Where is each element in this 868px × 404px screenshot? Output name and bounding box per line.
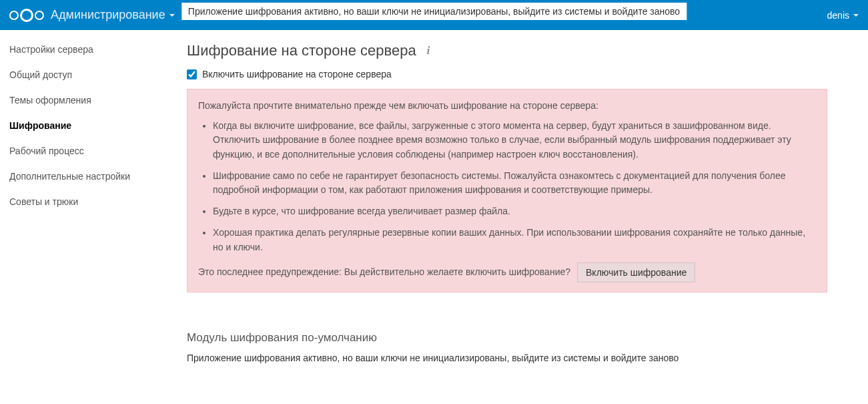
enable-encryption-button[interactable]: Включить шифрование (577, 262, 695, 282)
sidebar-item-tips[interactable]: Советы и трюки (0, 189, 167, 214)
enable-encryption-checkbox[interactable] (187, 69, 197, 79)
sidebar-item-sharing[interactable]: Общий доступ (0, 62, 167, 87)
confirm-row: Это последнее предупреждение: Вы действи… (198, 262, 816, 282)
admin-menu-label: Администрирование (51, 8, 165, 22)
warning-bullet: Шифрование само по себе не гарантирует б… (213, 169, 816, 198)
warning-bullet: Когда вы включите шифрование, все файлы,… (213, 119, 816, 162)
admin-menu[interactable]: Администрирование (51, 8, 175, 22)
sidebar-item-label: Советы и трюки (9, 196, 78, 207)
notification-text: Приложение шифрования активно, но ваши к… (188, 6, 680, 17)
sidebar-item-workflow[interactable]: Рабочий процесс (0, 138, 167, 164)
default-module-title: Модуль шифрования по-умолчанию (187, 331, 827, 345)
user-name: denis (827, 10, 849, 21)
warning-list: Когда вы включите шифрование, все файлы,… (213, 119, 816, 255)
notification-banner: Приложение шифрования активно, но ваши к… (181, 3, 687, 20)
enable-encryption-button-label: Включить шифрование (586, 267, 687, 278)
sidebar-item-label: Рабочий процесс (9, 146, 84, 156)
main-content: Шифрование на стороне сервера i Включить… (167, 30, 847, 383)
info-icon[interactable]: i (427, 45, 430, 57)
app-header: Администрирование Приложение шифрования … (0, 0, 868, 30)
sidebar-item-label: Настройки сервера (9, 44, 93, 55)
sidebar-item-label: Общий доступ (9, 69, 72, 80)
warning-bullet: Будьте в курсе, что шифрование всегда ув… (213, 204, 816, 219)
warning-bullet: Хорошая практика делать регулярные резер… (213, 226, 816, 254)
enable-encryption-row[interactable]: Включить шифрование на стороне сервера (187, 69, 827, 79)
sidebar-item-theming[interactable]: Темы оформления (0, 87, 167, 113)
encryption-warning-box: Пожалуйста прочтите внимательно прежде ч… (187, 89, 827, 292)
page-title-text: Шифрование на стороне сервера (187, 42, 416, 59)
page-title: Шифрование на стороне сервера i (187, 42, 827, 59)
default-module-message: Приложение шифрования активно, но ваши к… (187, 353, 827, 363)
sidebar-item-label: Дополнительные настройки (9, 171, 130, 182)
logo-circle-icon (35, 11, 44, 20)
sidebar-item-label: Темы оформления (9, 95, 91, 106)
logo-circle-icon (20, 9, 33, 22)
caret-down-icon (169, 14, 175, 17)
sidebar-item-encryption[interactable]: Шифрование (0, 113, 167, 138)
app-logo (9, 9, 44, 22)
settings-sidebar: Настройки сервера Общий доступ Темы офор… (0, 30, 167, 383)
sidebar-item-additional[interactable]: Дополнительные настройки (0, 164, 167, 189)
warning-intro: Пожалуйста прочтите внимательно прежде ч… (198, 99, 816, 114)
caret-down-icon (853, 14, 859, 17)
sidebar-item-server-settings[interactable]: Настройки сервера (0, 37, 167, 62)
user-menu[interactable]: denis (827, 10, 859, 21)
enable-encryption-label: Включить шифрование на стороне сервера (202, 69, 392, 79)
sidebar-item-label: Шифрование (9, 120, 71, 131)
logo-circle-icon (9, 11, 19, 20)
confirm-text: Это последнее предупреждение: Вы действи… (198, 265, 570, 280)
